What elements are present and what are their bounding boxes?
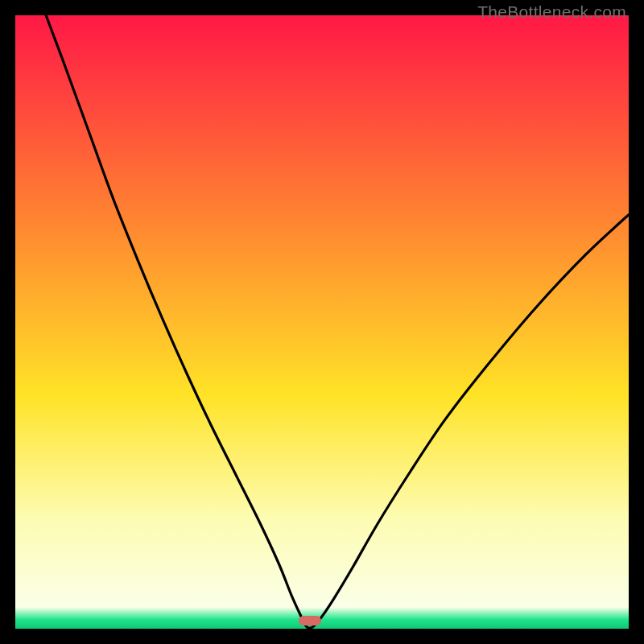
chart-svg [15, 15, 629, 629]
minimum-marker [299, 616, 321, 625]
gradient-background [15, 15, 629, 629]
watermark-text: TheBottleneck.com [477, 2, 626, 22]
chart-frame [15, 15, 629, 629]
